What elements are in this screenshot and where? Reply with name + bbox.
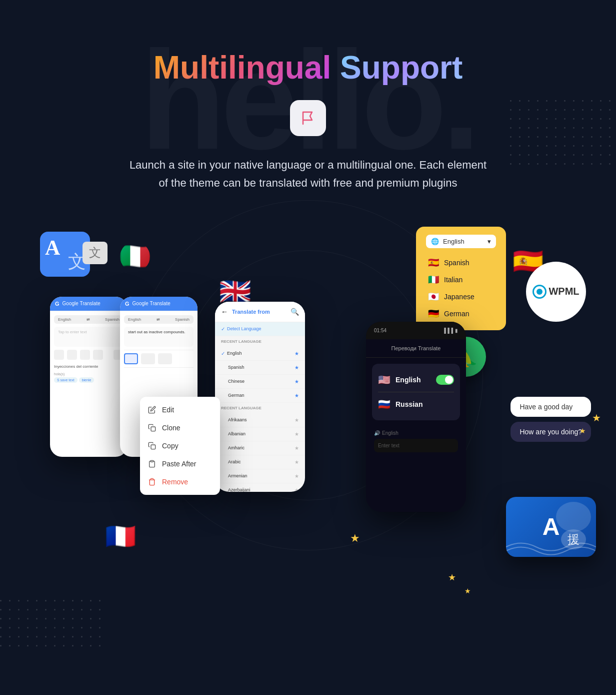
phone-2-input: start out as inactive compounds. <box>124 327 194 347</box>
context-menu[interactable]: Edit Clone Copy Paste After <box>140 397 220 495</box>
app-icon <box>290 100 326 136</box>
chat-text-2: How are you doing? <box>520 428 582 436</box>
russia-flag: 🇷🇺 <box>378 398 390 410</box>
context-menu-item-remove[interactable]: Remove <box>140 473 220 491</box>
bubble-shape <box>556 502 591 532</box>
phone-2-g: G <box>125 301 130 307</box>
lang-item-chinese[interactable]: Chinese ★ <box>215 375 305 389</box>
lang-item-spanish[interactable]: 🇪🇸 Spanish <box>426 254 496 271</box>
phone-2-tool-2 <box>141 353 155 364</box>
star-icon-3: ★ <box>294 379 299 384</box>
translate-phone: ← Translate from 🔍 ✓ Detect Language Rec… <box>215 302 305 492</box>
clone-label: Clone <box>162 424 180 432</box>
chat-container: Have a good day How are you doing? ★ ★ <box>510 397 591 452</box>
language-dropdown[interactable]: 🌐 English ▾ 🇪🇸 Spanish 🇮🇹 Italian 🇯🇵 Jap… <box>416 227 506 330</box>
phone-2-lang-bar: English ⇄ Spanish <box>124 315 194 324</box>
phone-1-extra: hola(s) S save text bienle <box>54 372 124 383</box>
remove-label: Remove <box>162 478 188 486</box>
phone-1-action-3 <box>80 350 90 360</box>
lang-item-italian[interactable]: 🇮🇹 Italian <box>426 271 496 288</box>
phone-1-action-4 <box>93 350 103 360</box>
dark-phone-title: Переводи Translate <box>366 339 466 358</box>
search-icon: 🔍 <box>290 308 299 316</box>
flag-icon <box>299 109 317 127</box>
checkmark-icon: ✓ <box>221 326 225 332</box>
lang-amharic[interactable]: Amharic ★ <box>215 441 305 455</box>
france-flag-bubble: 🇫🇷 <box>105 522 136 551</box>
spain-flag-small: 🇪🇸 <box>428 257 439 268</box>
input-placeholder: Enter text <box>378 443 400 448</box>
phone-1-chip-1: S save text <box>54 377 78 383</box>
phone-2-title: Google Translate <box>132 301 170 306</box>
lang-english: English <box>227 351 242 356</box>
phone-2-lang-from: English <box>128 317 141 322</box>
english-label: English <box>396 376 421 384</box>
title-warm: Multilingual <box>154 50 332 86</box>
lang-albanian-label: Albanian <box>228 431 246 436</box>
phone-1-lang-to: Spanish <box>105 317 120 322</box>
star-left: ★ <box>350 532 360 545</box>
copy-icon <box>148 442 156 450</box>
phone-1-lang-from: English <box>58 317 71 322</box>
phone-2-arrow: ⇄ <box>156 317 160 322</box>
lang-item-japanese[interactable]: 🇯🇵 Japanese <box>426 288 496 305</box>
star-icon: ★ <box>294 351 299 356</box>
lang-arabic-label: Arabic <box>228 459 241 464</box>
phone-1-content: English ⇄ Spanish Tap to enter text Inye… <box>50 311 128 387</box>
chat-text-1: Have a good day <box>520 403 572 411</box>
phone-1-lang-bar: English ⇄ Spanish <box>54 315 124 324</box>
lang-albanian[interactable]: Albanian ★ <box>215 427 305 441</box>
phone-2-lang-to: Spanish <box>175 317 190 322</box>
lang-section: 🇺🇸 English 🇷🇺 Russian <box>372 364 460 420</box>
context-menu-item-copy[interactable]: Copy <box>140 437 220 455</box>
lang-arabic[interactable]: Arabic ★ <box>215 455 305 469</box>
italy-flag-bubble: 🇮🇹 <box>120 242 150 272</box>
google-translate-icon: A 文 文 <box>40 232 100 282</box>
paste-icon <box>148 460 156 468</box>
lang-amharic-label: Amharic <box>228 445 244 450</box>
phone-1-sample: Inyecciones del corriente <box>54 364 124 369</box>
lang-label-german: German <box>444 310 470 318</box>
lang-item-spanish-tp[interactable]: Spanish ★ <box>215 361 305 375</box>
russian-label: Russian <box>396 400 422 408</box>
dark-phone-input[interactable]: Enter text <box>374 439 458 452</box>
lang-afrikaans[interactable]: Afrikaans ★ <box>215 413 305 427</box>
status-icons: ▐▐▐ ▮ <box>442 328 458 333</box>
translate-phone-title: Translate from <box>232 309 270 315</box>
context-menu-item-edit[interactable]: Edit <box>140 401 220 419</box>
italy-flag: 🇮🇹 <box>120 242 150 272</box>
speaker-icon: 🔊 <box>374 430 380 436</box>
back-arrow-icon: ← <box>221 308 228 316</box>
lang-item-german-tp[interactable]: German ★ <box>215 389 305 403</box>
svg-rect-2 <box>150 460 153 462</box>
lang-azerbaijani[interactable]: Azerbaijani ★ <box>215 483 305 492</box>
detect-lang-item[interactable]: ✓ Detect Language <box>215 322 305 336</box>
phone-2-toolbar <box>124 350 194 368</box>
star-empty-5: ★ <box>294 473 299 479</box>
lang-armenian[interactable]: Armenian ★ <box>215 469 305 483</box>
lang-row-english: 🇺🇸 English <box>378 370 454 390</box>
lang-label-spanish: Spanish <box>444 259 470 267</box>
copy-label: Copy <box>162 442 178 450</box>
japan-flag-small: 🇯🇵 <box>428 291 439 302</box>
star-empty-1: ★ <box>294 417 299 423</box>
input-lang: English <box>382 430 398 436</box>
star-empty-2: ★ <box>294 431 299 437</box>
context-menu-item-clone[interactable]: Clone <box>140 419 220 437</box>
context-menu-item-paste[interactable]: Paste After <box>140 455 220 473</box>
english-toggle[interactable] <box>436 375 454 385</box>
phone-1-action-2 <box>67 350 77 360</box>
lang-item-english[interactable]: ✓ English ★ <box>215 347 305 361</box>
page-subtitle: Launch a site in your native language or… <box>128 156 488 191</box>
translate-phone-header: ← Translate from 🔍 <box>215 302 305 322</box>
lang-item-german[interactable]: 🇩🇪 German <box>426 305 496 322</box>
lang-azerbaijani-label: Azerbaijani <box>228 487 250 492</box>
card-letter-a: A <box>542 513 560 540</box>
italy-flag-small: 🇮🇹 <box>428 274 439 285</box>
phone-1-placeholder: Tap to enter text <box>58 330 86 334</box>
gt-secondary-icon: 文 <box>89 245 101 261</box>
translate-phone-content: ✓ Detect Language Recent Language ✓ Engl… <box>215 322 305 492</box>
input-lang-label: 🔊 English <box>374 430 458 436</box>
phone-1-label: hola(s) <box>54 372 124 376</box>
wpml-circle-icon <box>532 285 546 299</box>
